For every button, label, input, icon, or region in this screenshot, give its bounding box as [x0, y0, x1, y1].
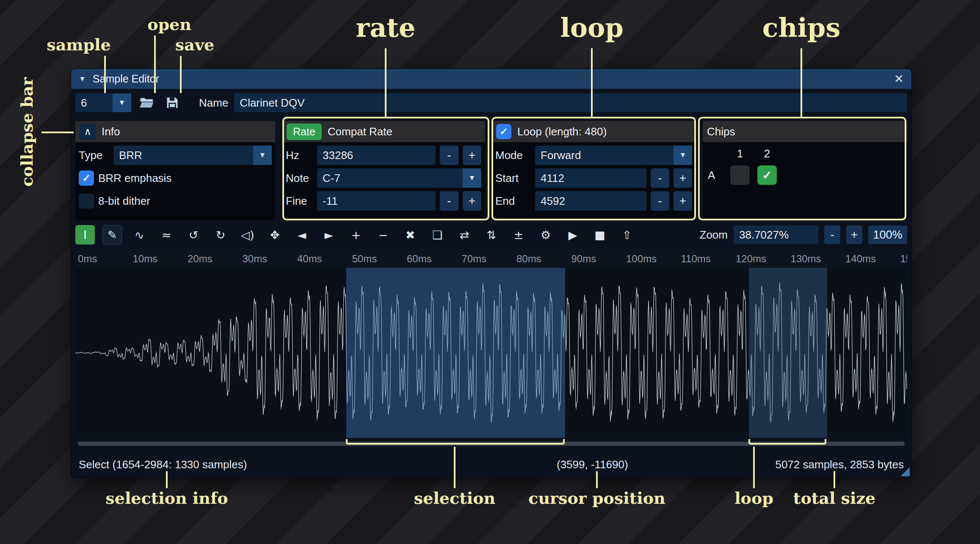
- name-label: Name: [199, 96, 228, 110]
- undo-button[interactable]: ↺: [184, 225, 203, 245]
- invert-icon: ⇅: [487, 228, 497, 242]
- name-input[interactable]: Clarinet DQV: [234, 93, 907, 112]
- chip-enable-cell[interactable]: [730, 165, 750, 185]
- amplify-button[interactable]: ◁): [238, 225, 257, 245]
- chevron-down-icon[interactable]: ▼: [113, 93, 131, 112]
- select-mode-icon: I: [83, 228, 87, 242]
- hz-minus-button[interactable]: -: [440, 146, 458, 165]
- loop-enable-checkbox[interactable]: ✓: [496, 124, 511, 139]
- info-title: Info: [102, 125, 120, 138]
- save-button[interactable]: [163, 93, 182, 112]
- annotation-selection-info-line: [166, 471, 168, 488]
- brr-emphasis-checkbox[interactable]: ✓: [79, 170, 94, 186]
- waveform-canvas[interactable]: [75, 268, 907, 438]
- zoom-reset-button[interactable]: 100%: [868, 225, 907, 244]
- zoom-input[interactable]: 38.7027%: [734, 225, 818, 244]
- preview-stop-button[interactable]: ■: [590, 225, 610, 245]
- preview-play-icon: ▶: [569, 228, 577, 242]
- zoom-cluster: Zoom 38.7027% - + 100%: [700, 225, 907, 244]
- reverse-icon: ⇄: [460, 228, 469, 242]
- sign-invert-button[interactable]: ±: [509, 225, 528, 245]
- titlebar[interactable]: ▼ Sample Editor ✕: [71, 69, 911, 89]
- apply-silence-button[interactable]: −: [373, 225, 393, 245]
- loop-end-plus-button[interactable]: +: [674, 191, 692, 211]
- make-wavetable-button[interactable]: ⇧: [617, 225, 637, 245]
- note-label: Note: [286, 172, 313, 185]
- fade-in-icon: ◄: [298, 228, 306, 242]
- resample-button[interactable]: ≈: [157, 225, 176, 245]
- rate-badge-button[interactable]: Rate: [287, 124, 322, 140]
- fine-input[interactable]: -11: [317, 191, 436, 211]
- chevron-down-icon[interactable]: ▼: [463, 168, 481, 188]
- annotation-save-line: [180, 56, 182, 93]
- chips-columns: 12: [708, 147, 907, 160]
- chevron-down-icon[interactable]: ▼: [674, 146, 692, 165]
- loop-header: ✓ Loop (length: 480): [492, 121, 696, 142]
- save-floppy-icon: [166, 96, 179, 109]
- hz-plus-button[interactable]: +: [463, 146, 481, 165]
- normalize-button[interactable]: ✥: [265, 225, 284, 245]
- chips-rows: A✓: [708, 165, 907, 185]
- trim-button[interactable]: ❏: [428, 225, 447, 245]
- hz-input[interactable]: 33286: [317, 146, 436, 165]
- resize-button[interactable]: ∿: [130, 225, 149, 245]
- chip-column-label: 1: [730, 147, 750, 160]
- loop-end-input[interactable]: 4592: [535, 191, 646, 211]
- dither-checkbox[interactable]: [79, 193, 94, 209]
- redo-icon: ↻: [216, 228, 226, 242]
- timeline-label: 10ms: [133, 253, 158, 265]
- fade-in-button[interactable]: ◄: [292, 225, 312, 245]
- type-label: Type: [79, 149, 109, 162]
- chip-row-label: A: [708, 169, 730, 182]
- rate-section: Rate Compat Rate Hz 33286 - + Note C-7 ▼: [282, 121, 485, 220]
- note-select[interactable]: C-7 ▼: [317, 168, 481, 188]
- select-mode-button[interactable]: I: [75, 225, 95, 245]
- annotation-loop-label: loop: [560, 13, 624, 43]
- delete-button[interactable]: ✖: [400, 225, 420, 245]
- loop-start-plus-button[interactable]: +: [674, 168, 692, 188]
- annotation-sample-line: [104, 56, 106, 93]
- redo-button[interactable]: ↻: [211, 225, 230, 245]
- invert-button[interactable]: ⇅: [482, 225, 501, 245]
- undo-icon: ↺: [189, 228, 199, 242]
- window-title: Sample Editor: [93, 73, 159, 85]
- preview-play-button[interactable]: ▶: [563, 225, 582, 245]
- sample-select[interactable]: 6 ▼: [75, 93, 131, 112]
- loop-end-label: End: [495, 195, 531, 208]
- chevron-down-icon[interactable]: ▼: [253, 146, 272, 165]
- type-select[interactable]: BRR ▼: [113, 146, 272, 165]
- chips-title: Chips: [707, 125, 735, 138]
- hz-input-value: 33286: [323, 149, 353, 162]
- chip-enable-cell[interactable]: ✓: [757, 165, 777, 185]
- info-section: ∧ Info Type BRR ▼ ✓ BRR emphasis 8-bit: [75, 121, 275, 220]
- open-button[interactable]: [137, 93, 157, 112]
- window-collapse-icon[interactable]: ▼: [79, 75, 86, 83]
- collapse-info-button[interactable]: ∧: [80, 124, 96, 140]
- annotation-selection-line: [454, 447, 455, 488]
- resize-grip[interactable]: [900, 467, 910, 476]
- loop-start-input[interactable]: 4112: [535, 168, 646, 188]
- draw-mode-button[interactable]: ✎: [102, 225, 122, 245]
- loop-end-minus-button[interactable]: -: [651, 191, 669, 211]
- rate-title: Compat Rate: [328, 125, 392, 138]
- reverse-button[interactable]: ⇄: [455, 225, 474, 245]
- annotation-total-size-label: total size: [793, 489, 875, 508]
- zoom-label: Zoom: [700, 228, 728, 242]
- timeline-ruler[interactable]: 0ms10ms20ms30ms40ms50ms60ms70ms80ms90ms1…: [75, 250, 907, 267]
- insert-silence-button[interactable]: +: [346, 225, 366, 245]
- hz-label: Hz: [286, 149, 313, 162]
- normalize-icon: ✥: [270, 228, 280, 242]
- loop-mode-select[interactable]: Forward ▼: [535, 146, 692, 165]
- fine-minus-button[interactable]: -: [440, 191, 458, 211]
- apply-filter-button[interactable]: ⚙: [536, 225, 555, 245]
- zoom-in-button[interactable]: +: [846, 225, 862, 244]
- close-icon[interactable]: ✕: [894, 72, 904, 86]
- loop-start-minus-button[interactable]: -: [651, 168, 669, 188]
- fade-out-button[interactable]: ►: [319, 225, 339, 245]
- timeline-label: 70ms: [462, 253, 487, 265]
- fine-plus-button[interactable]: +: [463, 191, 481, 211]
- sample-editor-window: ▼ Sample Editor ✕ 6 ▼: [71, 69, 912, 478]
- zoom-out-button[interactable]: -: [824, 225, 840, 244]
- type-select-value: BRR: [113, 149, 253, 162]
- annotation-rate-line: [385, 48, 386, 117]
